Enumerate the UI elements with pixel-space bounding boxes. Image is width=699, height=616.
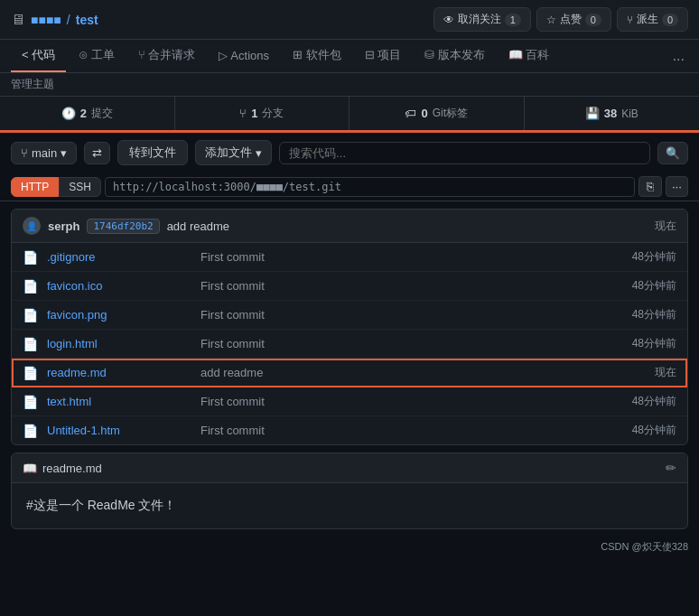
commit-hash[interactable]: 1746df20b2 — [87, 219, 159, 234]
branch-name: main — [32, 146, 57, 160]
branch-selector[interactable]: ⑂ main ▾ — [11, 142, 77, 164]
tab-wiki[interactable]: 📖 百科 — [498, 40, 561, 72]
commits-stat[interactable]: 🕐 2 提交 — [0, 97, 175, 130]
tab-pulls[interactable]: ⑂ 合并请求 — [127, 40, 207, 72]
goto-file-button[interactable]: 转到文件 — [117, 140, 188, 165]
add-file-button[interactable]: 添加文件 ▾ — [195, 140, 272, 165]
watch-count: 1 — [505, 14, 521, 26]
commit-time: 现在 — [655, 219, 676, 234]
file-name: favicon.ico — [47, 279, 191, 293]
branch-icon: ⑂ — [239, 107, 247, 120]
manage-label: 管理主题 — [11, 78, 54, 90]
file-name: readme.md — [47, 366, 191, 379]
file-name: login.html — [47, 337, 191, 350]
tag-icon: 🏷 — [405, 107, 416, 120]
repo-title[interactable]: 🖥 ■■■■ / test — [11, 12, 98, 28]
file-time: 48分钟前 — [604, 307, 676, 322]
watermark-text: CSDN @炽天使328 — [601, 541, 688, 552]
file-time: 48分钟前 — [604, 423, 676, 438]
tab-issues[interactable]: ⊙ 工单 — [68, 40, 126, 72]
size-stat[interactable]: 💾 38 KiB — [525, 97, 700, 130]
file-row[interactable]: 📄 .gitignore First commit 48分钟前 — [12, 243, 687, 272]
clone-copy-button[interactable]: ⎘ — [638, 176, 662, 197]
file-icon: 📄 — [23, 308, 38, 322]
clone-more-button[interactable]: ··· — [666, 176, 688, 197]
readme-title: 📖 readme.md — [23, 462, 102, 475]
tab-releases[interactable]: ⛁ 版本发布 — [414, 40, 496, 72]
http-label: HTTP — [21, 181, 49, 193]
branches-label: 分支 — [262, 106, 284, 121]
actions-tab-label: ▷ Actions — [219, 49, 269, 62]
file-commit: First commit — [200, 308, 595, 322]
clone-bar: HTTP SSH ⎘ ··· — [0, 173, 699, 201]
file-icon: 📄 — [23, 337, 38, 351]
file-row[interactable]: 📄 text.html First commit 48分钟前 — [12, 387, 687, 416]
clock-icon: 🕐 — [61, 107, 76, 120]
file-name: favicon.png — [47, 308, 191, 322]
file-controls: ⑂ main ▾ ⇄ 转到文件 添加文件 ▾ 🔍 — [0, 133, 699, 173]
wiki-tab-label: 📖 百科 — [508, 47, 550, 63]
fork-count: 0 — [662, 14, 678, 26]
fork-button[interactable]: ⑂ 派生 0 — [617, 7, 688, 32]
search-button[interactable]: 🔍 — [657, 142, 688, 164]
commit-message: add readme — [167, 219, 229, 233]
star-button[interactable]: ☆ 点赞 0 — [536, 7, 611, 32]
add-file-arrow: ▾ — [256, 146, 262, 160]
compare-icon: ⇄ — [92, 146, 102, 160]
ssh-label: SSH — [69, 181, 91, 193]
nav-tabs: < 代码 ⊙ 工单 ⑂ 合并请求 ▷ Actions ⊞ 软件包 ⊟ 项目 ⛁ … — [0, 40, 699, 73]
goto-file-label: 转到文件 — [129, 145, 176, 159]
file-row-highlighted[interactable]: 📄 readme.md add readme 现在 — [12, 359, 687, 387]
file-icon: 📄 — [23, 366, 38, 380]
file-name: text.html — [47, 395, 191, 408]
file-row[interactable]: 📄 favicon.ico First commit 48分钟前 — [12, 272, 687, 301]
manage-bar: 管理主题 — [0, 73, 699, 97]
size-unit: KiB — [621, 107, 638, 120]
tab-projects[interactable]: ⊟ 项目 — [354, 40, 413, 72]
ssh-protocol-button[interactable]: SSH — [59, 177, 101, 197]
readme-section: 📖 readme.md ✏ #这是一个 ReadMe 文件！ — [11, 453, 688, 529]
commits-value: 2 — [80, 107, 87, 120]
tab-packages[interactable]: ⊞ 软件包 — [282, 40, 352, 72]
file-icon: 📄 — [23, 424, 38, 438]
file-commit: First commit — [200, 250, 595, 264]
file-icon: 📄 — [23, 395, 38, 409]
file-name: .gitignore — [47, 250, 191, 264]
branches-stat[interactable]: ⑂ 1 分支 — [175, 97, 350, 130]
readme-text: #这是一个 ReadMe 文件！ — [26, 498, 176, 512]
compare-button[interactable]: ⇄ — [84, 142, 110, 164]
file-row[interactable]: 📄 login.html First commit 48分钟前 — [12, 330, 687, 359]
readme-content: #这是一个 ReadMe 文件！ — [12, 483, 687, 528]
file-commit: First commit — [200, 337, 595, 350]
releases-tab-label: ⛁ 版本发布 — [424, 47, 485, 63]
file-row[interactable]: 📄 Untitled-1.htm First commit 48分钟前 — [12, 416, 687, 444]
watermark: CSDN @炽天使328 — [0, 537, 699, 561]
watch-button[interactable]: 👁 取消关注 1 — [433, 7, 531, 32]
fork-label: 派生 — [637, 12, 658, 27]
star-label: 点赞 — [560, 12, 582, 27]
tab-code[interactable]: < 代码 — [11, 40, 66, 72]
tab-actions[interactable]: ▷ Actions — [208, 42, 280, 71]
size-value: 38 — [604, 107, 617, 120]
search-input[interactable] — [279, 142, 650, 164]
nav-more-button[interactable]: ... — [669, 41, 688, 71]
book-icon: 📖 — [23, 462, 37, 475]
file-row[interactable]: 📄 favicon.png First commit 48分钟前 — [12, 301, 687, 330]
watch-label: 取消关注 — [458, 12, 501, 27]
projects-tab-label: ⊟ 项目 — [365, 47, 402, 63]
file-table: 👤 serph 1746df20b2 add readme 现在 📄 .giti… — [11, 209, 688, 445]
top-header: 🖥 ■■■■ / test 👁 取消关注 1 ☆ 点赞 0 ⑂ 派生 0 — [0, 0, 699, 40]
file-time: 48分钟前 — [604, 394, 676, 409]
clone-url-input[interactable] — [105, 177, 635, 197]
tags-stat[interactable]: 🏷 0 Git标签 — [350, 97, 525, 130]
file-time: 48分钟前 — [604, 249, 676, 265]
add-file-label: 添加文件 — [205, 145, 252, 161]
commit-row[interactable]: 👤 serph 1746df20b2 add readme 现在 — [12, 210, 687, 243]
issues-tab-label: ⊙ 工单 — [79, 47, 115, 63]
file-commit: First commit — [200, 395, 595, 408]
readme-edit-button[interactable]: ✏ — [666, 461, 676, 475]
http-protocol-button[interactable]: HTTP — [11, 177, 59, 197]
file-commit: First commit — [200, 279, 595, 293]
repo-icon: 🖥 — [11, 12, 25, 28]
file-commit: First commit — [200, 424, 595, 437]
